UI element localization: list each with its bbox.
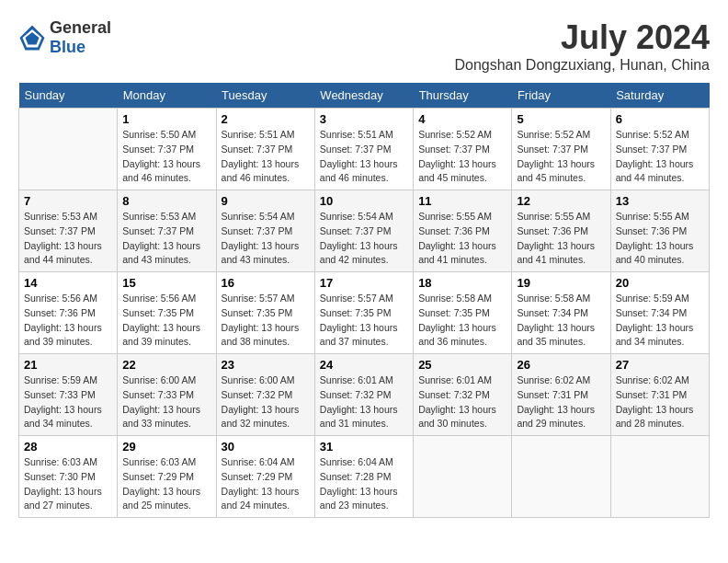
calendar-cell: 10Sunrise: 5:54 AMSunset: 7:37 PMDayligh… [314,190,413,272]
day-number: 21 [24,358,112,372]
calendar-cell: 3Sunrise: 5:51 AMSunset: 7:37 PMDaylight… [314,109,413,190]
calendar-header: SundayMondayTuesdayWednesdayThursdayFrid… [19,83,710,109]
day-number: 10 [320,194,408,208]
day-number: 15 [122,276,210,290]
calendar-cell: 15Sunrise: 5:56 AMSunset: 7:35 PMDayligh… [118,272,216,354]
day-info: Sunrise: 5:52 AMSunset: 7:37 PMDaylight:… [616,128,704,186]
day-info: Sunrise: 5:56 AMSunset: 7:36 PMDaylight:… [24,292,112,350]
day-info: Sunrise: 5:54 AMSunset: 7:37 PMDaylight:… [222,210,310,268]
day-info: Sunrise: 5:53 AMSunset: 7:37 PMDaylight:… [24,210,112,268]
calendar-cell: 18Sunrise: 5:58 AMSunset: 7:35 PMDayligh… [414,272,512,354]
calendar-cell: 29Sunrise: 6:03 AMSunset: 7:29 PMDayligh… [118,436,216,518]
day-number: 11 [418,194,506,208]
day-info: Sunrise: 5:51 AMSunset: 7:37 PMDaylight:… [320,128,408,186]
day-info: Sunrise: 5:54 AMSunset: 7:37 PMDaylight:… [320,210,408,268]
calendar-cell [414,436,512,518]
calendar-cell: 5Sunrise: 5:52 AMSunset: 7:37 PMDaylight… [512,109,610,190]
calendar-cell: 22Sunrise: 6:00 AMSunset: 7:33 PMDayligh… [118,354,216,436]
calendar-cell: 28Sunrise: 6:03 AMSunset: 7:30 PMDayligh… [19,436,118,518]
day-number: 7 [24,194,112,208]
day-info: Sunrise: 6:03 AMSunset: 7:30 PMDaylight:… [24,455,112,513]
day-info: Sunrise: 5:58 AMSunset: 7:34 PMDaylight:… [517,292,605,350]
logo-blue: Blue [50,38,85,56]
day-number: 2 [222,112,310,126]
day-number: 13 [616,194,704,208]
day-number: 4 [418,112,506,126]
calendar-cell [19,109,118,190]
calendar-cell: 30Sunrise: 6:04 AMSunset: 7:29 PMDayligh… [216,436,314,518]
day-info: Sunrise: 6:02 AMSunset: 7:31 PMDaylight:… [517,373,605,431]
day-number: 1 [122,112,210,126]
day-number: 29 [122,440,210,454]
day-of-week-header: Monday [118,83,216,109]
day-info: Sunrise: 6:00 AMSunset: 7:32 PMDaylight:… [222,373,310,431]
day-info: Sunrise: 5:51 AMSunset: 7:37 PMDaylight:… [222,128,310,186]
day-number: 14 [24,276,112,290]
calendar-cell [610,436,709,518]
day-number: 25 [418,358,506,372]
day-info: Sunrise: 5:55 AMSunset: 7:36 PMDaylight:… [616,210,704,268]
day-info: Sunrise: 6:01 AMSunset: 7:32 PMDaylight:… [418,373,506,431]
calendar-cell: 20Sunrise: 5:59 AMSunset: 7:34 PMDayligh… [610,272,709,354]
day-number: 24 [320,358,408,372]
calendar-cell: 25Sunrise: 6:01 AMSunset: 7:32 PMDayligh… [414,354,512,436]
day-info: Sunrise: 5:53 AMSunset: 7:37 PMDaylight:… [122,210,210,268]
calendar-cell: 4Sunrise: 5:52 AMSunset: 7:37 PMDaylight… [414,109,512,190]
day-number: 16 [222,276,310,290]
location-title: Dongshan Dongzuxiang, Hunan, China [454,57,710,74]
calendar-cell: 26Sunrise: 6:02 AMSunset: 7:31 PMDayligh… [512,354,610,436]
month-title: July 2024 [454,18,710,57]
day-number: 31 [320,440,408,454]
calendar-table: SundayMondayTuesdayWednesdayThursdayFrid… [18,83,710,518]
day-info: Sunrise: 6:03 AMSunset: 7:29 PMDaylight:… [122,455,210,513]
day-number: 9 [222,194,310,208]
calendar-cell: 13Sunrise: 5:55 AMSunset: 7:36 PMDayligh… [610,190,709,272]
day-of-week-header: Thursday [414,83,512,109]
day-of-week-header: Wednesday [314,83,413,109]
calendar-cell: 1Sunrise: 5:50 AMSunset: 7:37 PMDaylight… [118,109,216,190]
day-of-week-header: Sunday [19,83,118,109]
calendar-cell: 6Sunrise: 5:52 AMSunset: 7:37 PMDaylight… [610,109,709,190]
day-number: 8 [122,194,210,208]
day-number: 5 [517,112,605,126]
calendar-cell: 21Sunrise: 5:59 AMSunset: 7:33 PMDayligh… [19,354,118,436]
calendar-cell: 14Sunrise: 5:56 AMSunset: 7:36 PMDayligh… [19,272,118,354]
title-block: July 2024 Dongshan Dongzuxiang, Hunan, C… [454,18,710,74]
day-info: Sunrise: 6:01 AMSunset: 7:32 PMDaylight:… [320,373,408,431]
calendar-cell: 9Sunrise: 5:54 AMSunset: 7:37 PMDaylight… [216,190,314,272]
calendar-cell: 11Sunrise: 5:55 AMSunset: 7:36 PMDayligh… [414,190,512,272]
calendar-cell: 23Sunrise: 6:00 AMSunset: 7:32 PMDayligh… [216,354,314,436]
day-info: Sunrise: 5:52 AMSunset: 7:37 PMDaylight:… [418,128,506,186]
day-info: Sunrise: 5:50 AMSunset: 7:37 PMDaylight:… [122,128,210,186]
calendar-cell: 19Sunrise: 5:58 AMSunset: 7:34 PMDayligh… [512,272,610,354]
day-number: 26 [517,358,605,372]
day-number: 19 [517,276,605,290]
day-info: Sunrise: 6:00 AMSunset: 7:33 PMDaylight:… [122,373,210,431]
day-info: Sunrise: 5:59 AMSunset: 7:34 PMDaylight:… [616,292,704,350]
day-number: 18 [418,276,506,290]
calendar-cell: 17Sunrise: 5:57 AMSunset: 7:35 PMDayligh… [314,272,413,354]
day-info: Sunrise: 5:59 AMSunset: 7:33 PMDaylight:… [24,373,112,431]
day-info: Sunrise: 6:02 AMSunset: 7:31 PMDaylight:… [616,373,704,431]
day-info: Sunrise: 5:57 AMSunset: 7:35 PMDaylight:… [320,292,408,350]
day-number: 12 [517,194,605,208]
day-info: Sunrise: 5:57 AMSunset: 7:35 PMDaylight:… [222,292,310,350]
day-info: Sunrise: 5:56 AMSunset: 7:35 PMDaylight:… [122,292,210,350]
day-number: 22 [122,358,210,372]
calendar-cell: 24Sunrise: 6:01 AMSunset: 7:32 PMDayligh… [314,354,413,436]
logo: General Blue [18,18,111,57]
day-number: 20 [616,276,704,290]
day-info: Sunrise: 5:58 AMSunset: 7:35 PMDaylight:… [418,292,506,350]
day-info: Sunrise: 5:55 AMSunset: 7:36 PMDaylight:… [517,210,605,268]
logo-icon [18,24,46,52]
day-number: 17 [320,276,408,290]
calendar-cell: 31Sunrise: 6:04 AMSunset: 7:28 PMDayligh… [314,436,413,518]
day-info: Sunrise: 5:55 AMSunset: 7:36 PMDaylight:… [418,210,506,268]
calendar-cell: 16Sunrise: 5:57 AMSunset: 7:35 PMDayligh… [216,272,314,354]
day-number: 30 [222,440,310,454]
day-of-week-header: Tuesday [216,83,314,109]
calendar-cell: 8Sunrise: 5:53 AMSunset: 7:37 PMDaylight… [118,190,216,272]
calendar-cell [512,436,610,518]
day-info: Sunrise: 6:04 AMSunset: 7:28 PMDaylight:… [320,455,408,513]
day-number: 23 [222,358,310,372]
